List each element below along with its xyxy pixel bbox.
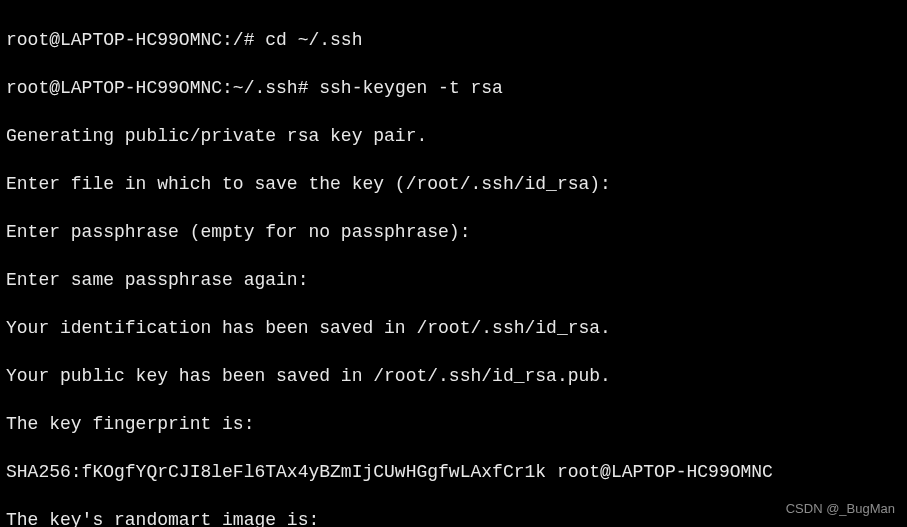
output-line: Your public key has been saved in /root/…: [6, 364, 901, 388]
output-line: The key's randomart image is:: [6, 508, 901, 527]
terminal-output[interactable]: root@LAPTOP-HC99OMNC:/# cd ~/.ssh root@L…: [6, 4, 901, 527]
output-line: Enter file in which to save the key (/ro…: [6, 172, 901, 196]
output-line: Enter same passphrase again:: [6, 268, 901, 292]
output-line: The key fingerprint is:: [6, 412, 901, 436]
command-cd: cd ~/.ssh: [265, 30, 362, 50]
fingerprint-line: SHA256:fKOgfYQrCJI8leFl6TAx4yBZmIjCUwHGg…: [6, 460, 901, 484]
output-line: Generating public/private rsa key pair.: [6, 124, 901, 148]
shell-prompt: root@LAPTOP-HC99OMNC:/#: [6, 30, 265, 50]
command-sshkeygen: ssh-keygen -t rsa: [319, 78, 503, 98]
output-line: Your identification has been saved in /r…: [6, 316, 901, 340]
shell-prompt: root@LAPTOP-HC99OMNC:~/.ssh#: [6, 78, 319, 98]
watermark-text: CSDN @_BugMan: [786, 497, 895, 521]
output-line: Enter passphrase (empty for no passphras…: [6, 220, 901, 244]
